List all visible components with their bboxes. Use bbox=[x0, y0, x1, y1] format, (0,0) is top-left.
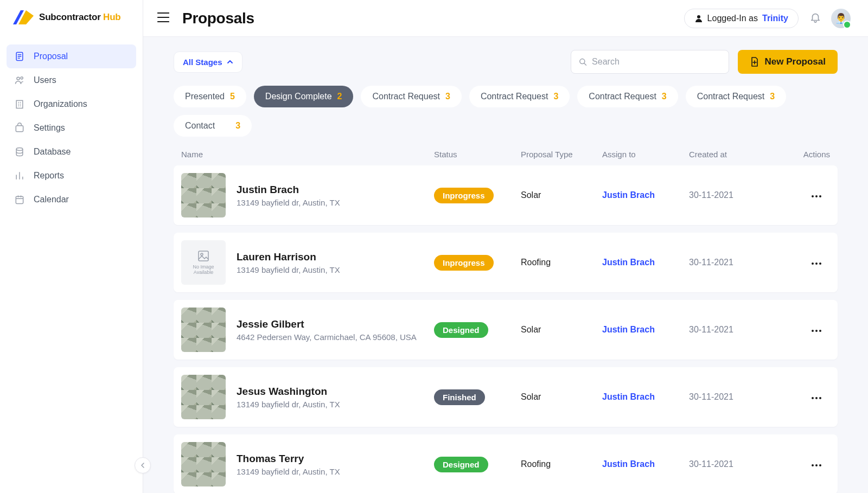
stage-pill-count: 3 bbox=[662, 92, 667, 101]
proposal-name: Lauren Harrison bbox=[237, 251, 340, 263]
stage-pill[interactable]: Contract Request3 bbox=[361, 86, 461, 107]
status-badge: Finished bbox=[434, 389, 485, 405]
proposal-name: Justin Brach bbox=[237, 184, 340, 196]
created-at: 30-11-2021 bbox=[689, 392, 781, 402]
status-badge: Inprogress bbox=[434, 255, 494, 271]
table-row[interactable]: Justin Brach13149 bayfield dr, Austin, T… bbox=[174, 165, 838, 225]
row-actions-button[interactable] bbox=[808, 192, 825, 201]
table-row[interactable]: No ImageAvailableLauren Harrison13149 ba… bbox=[174, 233, 838, 292]
row-actions-button[interactable] bbox=[808, 326, 825, 335]
stage-pill-label: Contract Request bbox=[481, 92, 548, 101]
login-label: Logged-In as bbox=[707, 14, 758, 23]
brand-name-main: Subcontractor bbox=[39, 12, 103, 22]
stage-pill-count: 5 bbox=[230, 92, 235, 101]
proposal-type: Roofing bbox=[521, 258, 602, 267]
row-actions-button[interactable] bbox=[808, 259, 825, 268]
svg-rect-11 bbox=[199, 251, 208, 261]
assignee-link[interactable]: Justin Brach bbox=[602, 190, 689, 200]
col-name: Name bbox=[181, 150, 434, 159]
sidebar-item-reports[interactable]: Reports bbox=[7, 164, 136, 188]
avatar[interactable]: 👨‍💼 bbox=[831, 9, 851, 28]
sidebar-item-label: Users bbox=[34, 75, 56, 85]
sidebar-item-label: Proposal bbox=[34, 52, 68, 61]
row-actions-button[interactable] bbox=[808, 461, 825, 470]
stages-dropdown[interactable]: All Stages bbox=[174, 52, 242, 73]
aerial-thumb bbox=[181, 308, 226, 352]
status-badge: Inprogress bbox=[434, 188, 494, 203]
stage-pill-label: Design Complete bbox=[265, 92, 332, 101]
search-box[interactable] bbox=[571, 50, 729, 74]
stage-pill[interactable]: Contract Request3 bbox=[469, 86, 570, 107]
table-row[interactable]: Jessie Gilbert4642 Pedersen Way, Carmich… bbox=[174, 300, 838, 360]
sidebar-item-database[interactable]: Database bbox=[7, 140, 136, 164]
proposal-address: 13149 bayfield dr, Austin, TX bbox=[237, 265, 340, 274]
settings-icon bbox=[14, 123, 25, 133]
sidebar-nav: ProposalUsersOrganizationsSettingsDataba… bbox=[0, 37, 143, 219]
table-header: Name Status Proposal Type Assign to Crea… bbox=[174, 150, 838, 165]
proposal-address: 13149 bayfield dr, Austin, TX bbox=[237, 400, 340, 409]
col-assignee: Assign to bbox=[602, 150, 689, 159]
stage-pill[interactable]: Contract Request3 bbox=[686, 86, 786, 107]
hamburger-icon bbox=[157, 12, 169, 22]
aerial-thumb bbox=[181, 375, 226, 419]
sidebar-collapse-button[interactable] bbox=[135, 457, 151, 473]
aerial-thumb bbox=[181, 173, 226, 217]
proposal-address: 13149 bayfield dr, Austin, TX bbox=[237, 467, 340, 476]
sidebar-item-label: Reports bbox=[34, 171, 64, 181]
svg-point-9 bbox=[697, 15, 700, 18]
svg-point-3 bbox=[17, 77, 20, 80]
logo[interactable]: Subcontractor Hub bbox=[0, 0, 143, 37]
stage-pill-count: 3 bbox=[770, 92, 775, 101]
table-row[interactable]: Jesus Washington13149 bayfield dr, Austi… bbox=[174, 367, 838, 427]
proposal-name: Thomas Terry bbox=[237, 453, 340, 465]
proposal-type: Roofing bbox=[521, 459, 602, 469]
proposal-address: 4642 Pedersen Way, Carmichael, CA 95608,… bbox=[237, 332, 417, 342]
login-chip[interactable]: Logged-In as Trinity bbox=[684, 9, 799, 28]
sidebar-item-users[interactable]: Users bbox=[7, 68, 136, 92]
brand-name: Subcontractor Hub bbox=[39, 12, 121, 23]
aerial-thumb bbox=[181, 442, 226, 486]
stages-dropdown-label: All Stages bbox=[183, 57, 222, 67]
col-status: Status bbox=[434, 150, 521, 159]
page-title: Proposals bbox=[182, 10, 254, 27]
sidebar-item-label: Database bbox=[34, 147, 71, 157]
stage-pill-count: 2 bbox=[337, 92, 342, 101]
new-proposal-button[interactable]: New Proposal bbox=[738, 50, 838, 74]
notifications-button[interactable] bbox=[809, 11, 821, 25]
topbar: Proposals Logged-In as Trinity 👨‍💼 bbox=[143, 0, 868, 37]
col-created: Created at bbox=[689, 150, 781, 159]
stage-pill-label: Contract Request bbox=[372, 92, 440, 101]
stage-pill-label: Contract Request bbox=[697, 92, 765, 101]
bell-icon bbox=[809, 11, 821, 23]
sidebar-item-settings[interactable]: Settings bbox=[7, 116, 136, 140]
sidebar-item-proposal[interactable]: Proposal bbox=[7, 44, 136, 68]
sidebar-item-organizations[interactable]: Organizations bbox=[7, 92, 136, 116]
stage-pills: Presented5Design Complete2Contract Reque… bbox=[174, 86, 838, 137]
stage-pill[interactable]: Contact3 bbox=[174, 115, 252, 137]
sidebar: Subcontractor Hub ProposalUsersOrganizat… bbox=[0, 0, 143, 493]
svg-rect-8 bbox=[16, 196, 23, 203]
svg-point-7 bbox=[16, 148, 23, 151]
menu-toggle-button[interactable] bbox=[153, 8, 174, 29]
stage-pill[interactable]: Presented5 bbox=[174, 86, 246, 107]
sidebar-item-calendar[interactable]: Calendar bbox=[7, 188, 136, 212]
assignee-link[interactable]: Justin Brach bbox=[602, 325, 689, 335]
status-badge: Designed bbox=[434, 457, 488, 472]
row-actions-button[interactable] bbox=[808, 394, 825, 402]
assignee-link[interactable]: Justin Brach bbox=[602, 459, 689, 469]
created-at: 30-11-2021 bbox=[689, 190, 781, 200]
stage-pill-label: Presented bbox=[185, 92, 225, 101]
search-input[interactable] bbox=[592, 57, 721, 67]
sidebar-item-label: Settings bbox=[34, 123, 65, 133]
assignee-link[interactable]: Justin Brach bbox=[602, 392, 689, 402]
stage-pill[interactable]: Design Complete2 bbox=[254, 86, 354, 107]
proposal-address: 13149 bayfield dr, Austin, TX bbox=[237, 198, 340, 207]
brand-name-accent: Hub bbox=[103, 12, 120, 22]
sidebar-item-label: Calendar bbox=[34, 195, 69, 204]
svg-rect-5 bbox=[16, 100, 23, 108]
sidebar-item-label: Organizations bbox=[34, 99, 87, 109]
table-row[interactable]: Thomas Terry13149 bayfield dr, Austin, T… bbox=[174, 434, 838, 493]
stage-pill[interactable]: Contract Request3 bbox=[577, 86, 678, 107]
assignee-link[interactable]: Justin Brach bbox=[602, 258, 689, 267]
logo-mark-icon bbox=[13, 10, 34, 24]
